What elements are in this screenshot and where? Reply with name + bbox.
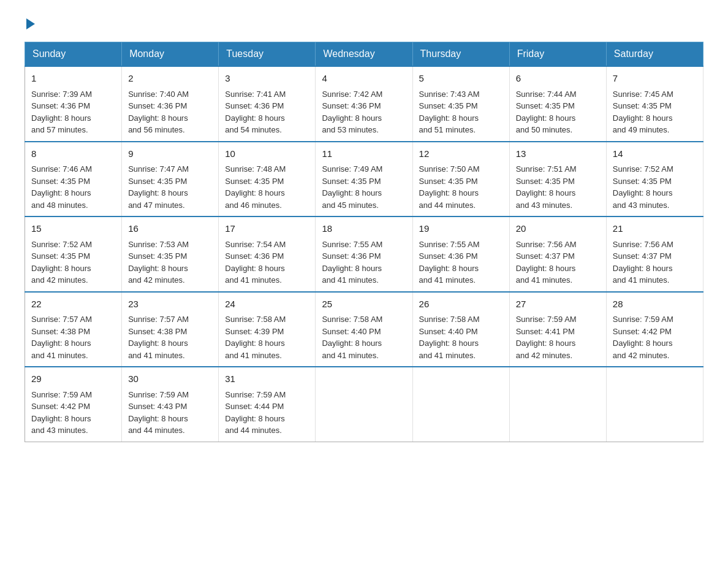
day-info: Sunrise: 7:58 AM Sunset: 4:39 PM Dayligh… — [225, 313, 309, 361]
day-info: Sunrise: 7:44 AM Sunset: 4:35 PM Dayligh… — [516, 88, 600, 136]
day-info: Sunrise: 7:42 AM Sunset: 4:36 PM Dayligh… — [322, 88, 406, 136]
calendar-cell: 28 Sunrise: 7:59 AM Sunset: 4:42 PM Dayl… — [606, 292, 703, 367]
calendar-cell: 2 Sunrise: 7:40 AM Sunset: 4:36 PM Dayli… — [122, 66, 219, 142]
day-number: 9 — [128, 147, 212, 161]
day-number: 24 — [225, 297, 309, 312]
day-info: Sunrise: 7:58 AM Sunset: 4:40 PM Dayligh… — [419, 313, 503, 361]
day-number: 27 — [516, 297, 600, 312]
page-header — [25, 18, 703, 29]
day-number: 31 — [225, 372, 309, 386]
day-info: Sunrise: 7:47 AM Sunset: 4:35 PM Dayligh… — [128, 163, 212, 211]
calendar-cell: 11 Sunrise: 7:49 AM Sunset: 4:35 PM Dayl… — [316, 142, 412, 217]
weekday-header-sunday: Sunday — [25, 42, 122, 67]
day-number: 22 — [31, 297, 115, 312]
day-info: Sunrise: 7:59 AM Sunset: 4:44 PM Dayligh… — [225, 389, 309, 437]
calendar-cell: 17 Sunrise: 7:54 AM Sunset: 4:36 PM Dayl… — [219, 216, 316, 292]
day-info: Sunrise: 7:59 AM Sunset: 4:41 PM Dayligh… — [516, 313, 600, 361]
day-info: Sunrise: 7:45 AM Sunset: 4:35 PM Dayligh… — [613, 88, 697, 136]
day-number: 6 — [516, 72, 600, 86]
calendar-cell: 27 Sunrise: 7:59 AM Sunset: 4:41 PM Dayl… — [509, 292, 606, 367]
calendar-cell: 16 Sunrise: 7:53 AM Sunset: 4:35 PM Dayl… — [122, 216, 219, 292]
calendar-cell: 13 Sunrise: 7:51 AM Sunset: 4:35 PM Dayl… — [509, 142, 606, 217]
day-number: 2 — [128, 72, 212, 86]
logo-triangle-icon — [26, 18, 35, 29]
day-info: Sunrise: 7:57 AM Sunset: 4:38 PM Dayligh… — [31, 313, 115, 361]
calendar-week-row: 15 Sunrise: 7:52 AM Sunset: 4:35 PM Dayl… — [25, 216, 703, 292]
day-number: 7 — [613, 72, 697, 86]
day-number: 15 — [31, 222, 115, 236]
day-number: 17 — [225, 222, 309, 236]
calendar-cell: 3 Sunrise: 7:41 AM Sunset: 4:36 PM Dayli… — [219, 66, 316, 142]
calendar-cell: 6 Sunrise: 7:44 AM Sunset: 4:35 PM Dayli… — [509, 66, 606, 142]
calendar-cell: 22 Sunrise: 7:57 AM Sunset: 4:38 PM Dayl… — [25, 292, 122, 367]
day-info: Sunrise: 7:58 AM Sunset: 4:40 PM Dayligh… — [322, 313, 406, 361]
day-info: Sunrise: 7:41 AM Sunset: 4:36 PM Dayligh… — [225, 88, 309, 136]
calendar-cell: 7 Sunrise: 7:45 AM Sunset: 4:35 PM Dayli… — [606, 66, 703, 142]
calendar-cell: 23 Sunrise: 7:57 AM Sunset: 4:38 PM Dayl… — [122, 292, 219, 367]
day-info: Sunrise: 7:48 AM Sunset: 4:35 PM Dayligh… — [225, 163, 309, 211]
day-info: Sunrise: 7:40 AM Sunset: 4:36 PM Dayligh… — [128, 88, 212, 136]
calendar-cell: 14 Sunrise: 7:52 AM Sunset: 4:35 PM Dayl… — [606, 142, 703, 217]
calendar-cell: 8 Sunrise: 7:46 AM Sunset: 4:35 PM Dayli… — [25, 142, 122, 217]
calendar-cell: 5 Sunrise: 7:43 AM Sunset: 4:35 PM Dayli… — [412, 66, 509, 142]
day-number: 10 — [225, 147, 309, 161]
calendar-table: SundayMondayTuesdayWednesdayThursdayFrid… — [25, 42, 703, 442]
calendar-cell — [606, 367, 703, 442]
day-info: Sunrise: 7:39 AM Sunset: 4:36 PM Dayligh… — [31, 88, 115, 136]
day-info: Sunrise: 7:54 AM Sunset: 4:36 PM Dayligh… — [225, 239, 309, 286]
calendar-week-row: 29 Sunrise: 7:59 AM Sunset: 4:42 PM Dayl… — [25, 367, 703, 442]
calendar-cell: 25 Sunrise: 7:58 AM Sunset: 4:40 PM Dayl… — [316, 292, 412, 367]
day-number: 26 — [419, 297, 503, 312]
calendar-cell: 1 Sunrise: 7:39 AM Sunset: 4:36 PM Dayli… — [25, 66, 122, 142]
day-number: 16 — [128, 222, 212, 236]
day-info: Sunrise: 7:59 AM Sunset: 4:42 PM Dayligh… — [613, 313, 697, 361]
day-info: Sunrise: 7:50 AM Sunset: 4:35 PM Dayligh… — [419, 163, 503, 211]
day-info: Sunrise: 7:52 AM Sunset: 4:35 PM Dayligh… — [31, 239, 115, 286]
day-number: 21 — [613, 222, 697, 236]
calendar-cell: 4 Sunrise: 7:42 AM Sunset: 4:36 PM Dayli… — [316, 66, 412, 142]
day-number: 3 — [225, 72, 309, 86]
calendar-cell — [316, 367, 412, 442]
day-number: 8 — [31, 147, 115, 161]
calendar-week-row: 1 Sunrise: 7:39 AM Sunset: 4:36 PM Dayli… — [25, 66, 703, 142]
calendar-cell — [412, 367, 509, 442]
weekday-header-monday: Monday — [122, 42, 219, 67]
calendar-week-row: 8 Sunrise: 7:46 AM Sunset: 4:35 PM Dayli… — [25, 142, 703, 217]
day-info: Sunrise: 7:59 AM Sunset: 4:43 PM Dayligh… — [128, 389, 212, 437]
weekday-header-wednesday: Wednesday — [316, 42, 412, 67]
calendar-week-row: 22 Sunrise: 7:57 AM Sunset: 4:38 PM Dayl… — [25, 292, 703, 367]
day-info: Sunrise: 7:55 AM Sunset: 4:36 PM Dayligh… — [322, 239, 406, 286]
calendar-cell: 26 Sunrise: 7:58 AM Sunset: 4:40 PM Dayl… — [412, 292, 509, 367]
day-number: 20 — [516, 222, 600, 236]
day-number: 4 — [322, 72, 406, 86]
weekday-header-row: SundayMondayTuesdayWednesdayThursdayFrid… — [25, 42, 703, 67]
calendar-cell: 29 Sunrise: 7:59 AM Sunset: 4:42 PM Dayl… — [25, 367, 122, 442]
weekday-header-saturday: Saturday — [606, 42, 703, 67]
weekday-header-thursday: Thursday — [412, 42, 509, 67]
day-info: Sunrise: 7:57 AM Sunset: 4:38 PM Dayligh… — [128, 313, 212, 361]
calendar-cell: 20 Sunrise: 7:56 AM Sunset: 4:37 PM Dayl… — [509, 216, 606, 292]
day-number: 18 — [322, 222, 406, 236]
day-info: Sunrise: 7:51 AM Sunset: 4:35 PM Dayligh… — [516, 163, 600, 211]
calendar-cell: 12 Sunrise: 7:50 AM Sunset: 4:35 PM Dayl… — [412, 142, 509, 217]
day-number: 1 — [31, 72, 115, 86]
weekday-header-friday: Friday — [509, 42, 606, 67]
calendar-cell: 30 Sunrise: 7:59 AM Sunset: 4:43 PM Dayl… — [122, 367, 219, 442]
calendar-cell: 9 Sunrise: 7:47 AM Sunset: 4:35 PM Dayli… — [122, 142, 219, 217]
calendar-cell: 10 Sunrise: 7:48 AM Sunset: 4:35 PM Dayl… — [219, 142, 316, 217]
day-info: Sunrise: 7:46 AM Sunset: 4:35 PM Dayligh… — [31, 163, 115, 211]
calendar-cell: 15 Sunrise: 7:52 AM Sunset: 4:35 PM Dayl… — [25, 216, 122, 292]
day-number: 29 — [31, 372, 115, 386]
calendar-cell: 24 Sunrise: 7:58 AM Sunset: 4:39 PM Dayl… — [219, 292, 316, 367]
day-number: 28 — [613, 297, 697, 312]
day-number: 19 — [419, 222, 503, 236]
day-info: Sunrise: 7:52 AM Sunset: 4:35 PM Dayligh… — [613, 163, 697, 211]
day-number: 14 — [613, 147, 697, 161]
weekday-header-tuesday: Tuesday — [219, 42, 316, 67]
calendar-cell: 21 Sunrise: 7:56 AM Sunset: 4:37 PM Dayl… — [606, 216, 703, 292]
day-info: Sunrise: 7:43 AM Sunset: 4:35 PM Dayligh… — [419, 88, 503, 136]
day-number: 23 — [128, 297, 212, 312]
day-number: 30 — [128, 372, 212, 386]
day-number: 5 — [419, 72, 503, 86]
day-number: 12 — [419, 147, 503, 161]
